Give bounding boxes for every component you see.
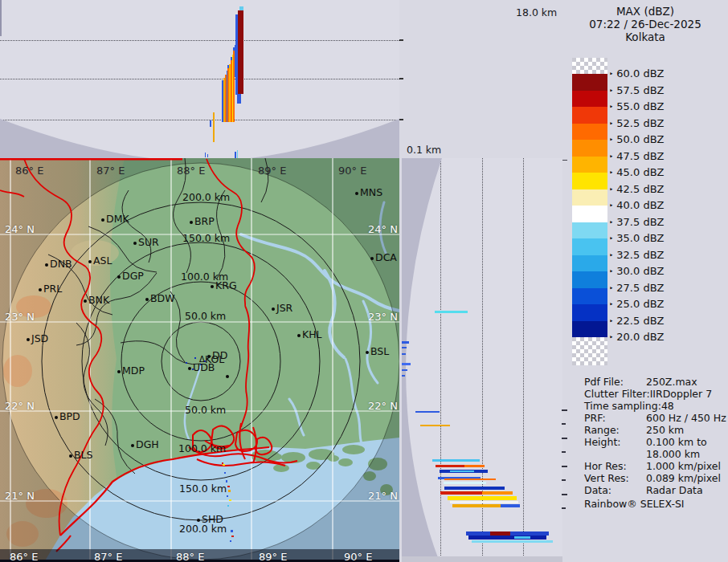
station-dot-BLS	[69, 454, 72, 458]
station-label-KOL: KOL	[205, 353, 224, 365]
scale-arrow-icon: ‣	[609, 87, 613, 95]
range-ring-label: 100.0 km	[178, 442, 226, 454]
map-labels: 86° E87° E88° E89° E90° E86° E87° E88° E…	[0, 158, 399, 562]
dbz-scale-label: ‣37.5 dBZ	[609, 216, 664, 228]
metadata-value: 250 km	[646, 424, 684, 436]
product-timestamp: 07:22 / 26-Dec-2025	[562, 18, 728, 31]
echo-bar	[444, 482, 486, 484]
radar-application-window: { "header": { "title": "MAX (dBZ)", "tim…	[0, 0, 728, 562]
echo-bar	[514, 536, 530, 539]
max-height-label: 18.0 km	[516, 6, 557, 18]
station-dot-DGH	[131, 444, 134, 447]
metadata-row: 18.000 km	[584, 448, 700, 460]
dbz-scale-block	[572, 206, 607, 222]
station-dot-MDP	[117, 370, 121, 373]
lat-label: 21° N	[5, 490, 35, 502]
station-dot-DMK	[101, 218, 104, 222]
station-dot-UDB	[188, 367, 191, 370]
range-ring-label: 200.0 km	[182, 191, 230, 203]
echo-bar	[452, 504, 501, 507]
dbz-scale-block	[572, 255, 607, 272]
lat-label: 22° N	[368, 400, 398, 412]
station-label-BNK: BNK	[88, 294, 109, 306]
station-dot-BPD	[55, 416, 58, 419]
dbz-scale-block	[572, 271, 607, 288]
lon-label: 87° E	[94, 551, 122, 562]
dbz-scale-transparent-above	[572, 58, 607, 74]
scale-arrow-icon: ‣	[609, 284, 613, 292]
echo-bar	[435, 311, 468, 313]
echo-bar	[402, 341, 409, 344]
echo-bar	[420, 425, 450, 426]
radar-site-name: Kolkata	[562, 31, 728, 43]
dbz-scale-block	[572, 91, 607, 108]
lon-label: 88° E	[177, 165, 205, 177]
station-label-BDW: BDW	[150, 292, 175, 304]
lat-label: 24° N	[368, 223, 398, 235]
echo-bar	[238, 10, 243, 94]
dbz-scale-label: ‣32.5 dBZ	[609, 249, 664, 261]
dbz-scale-block	[572, 238, 607, 255]
scale-arrow-icon: ‣	[609, 70, 613, 78]
station-label-MNS: MNS	[360, 186, 382, 198]
height-profile-panel-top	[0, 0, 399, 158]
axis-tick	[399, 39, 403, 41]
lon-label: 90° E	[338, 165, 366, 177]
station-dot-unlabeled	[226, 375, 229, 378]
product-title: MAX (dBZ)	[562, 5, 728, 18]
dbz-scale-label: ‣20.0 dBZ	[609, 331, 664, 343]
echo-bar	[402, 347, 407, 348]
metadata-label: Range:	[584, 424, 646, 436]
station-label-DGP: DGP	[122, 270, 144, 282]
echo-bar	[440, 491, 482, 495]
echo-bar	[402, 375, 405, 377]
range-ring-label: 50.0 km	[185, 310, 226, 322]
metadata-value: 600 Hz / 450 Hz	[646, 412, 726, 424]
station-dot-DCA	[370, 257, 374, 260]
station-label-SUR: SUR	[138, 236, 159, 248]
station-dot-BNK	[84, 299, 87, 303]
echo-bar	[432, 459, 480, 462]
echo-bars-top-profile	[0, 0, 399, 158]
metadata-label	[584, 448, 646, 460]
metadata-value: 1.000 km/pixel	[646, 460, 721, 472]
dbz-scale-block	[572, 140, 607, 157]
dbz-scale-block	[572, 189, 607, 206]
echo-bar	[444, 487, 505, 490]
dbz-scale-block	[572, 124, 607, 140]
metadata-label: Vert Res:	[584, 472, 646, 484]
dbz-scale-label: ‣35.0 dBZ	[609, 232, 664, 244]
station-label-PRL: PRL	[43, 283, 62, 295]
scale-arrow-icon: ‣	[609, 120, 613, 128]
station-dot-SUR	[133, 242, 137, 245]
scale-arrow-icon: ‣	[609, 218, 613, 226]
echo-bar	[0, 0, 2, 36]
metadata-value: 18.000 km	[646, 448, 700, 460]
metadata-row: Range:250 km	[584, 424, 684, 436]
dbz-scale-label: ‣55.0 dBZ	[609, 100, 664, 112]
station-label-BRP: BRP	[194, 215, 215, 227]
station-dot-BDW	[145, 298, 149, 301]
dbz-scale-label: ‣45.0 dBZ	[609, 166, 664, 178]
dbz-scale-label: ‣40.0 dBZ	[609, 199, 664, 211]
height-profile-panel-right	[402, 158, 562, 562]
dbz-scale-block	[572, 321, 607, 338]
metadata-label: Hor Res:	[584, 460, 646, 472]
metadata-value: 48	[661, 400, 674, 412]
echo-bar	[402, 369, 407, 371]
scale-arrow-icon: ‣	[609, 103, 613, 111]
dbz-scale-block	[572, 173, 607, 189]
dbz-scale-label: ‣42.5 dBZ	[609, 183, 664, 195]
station-label-DGH: DGH	[136, 438, 159, 450]
station-dot-KHL	[297, 334, 301, 337]
range-ring-label: 150.0 km	[182, 232, 230, 244]
metadata-value: IIRDoppler 7	[650, 388, 712, 400]
echo-bar	[402, 353, 406, 355]
echo-bar	[450, 470, 474, 472]
echo-bar	[444, 479, 496, 480]
metadata-value: 0.089 km/pixel	[646, 472, 721, 484]
echo-bar	[237, 94, 241, 104]
station-dot-JSD	[27, 338, 30, 341]
metadata-row: Pdf File:250Z.max	[584, 376, 697, 388]
dbz-scale-block	[572, 157, 607, 173]
